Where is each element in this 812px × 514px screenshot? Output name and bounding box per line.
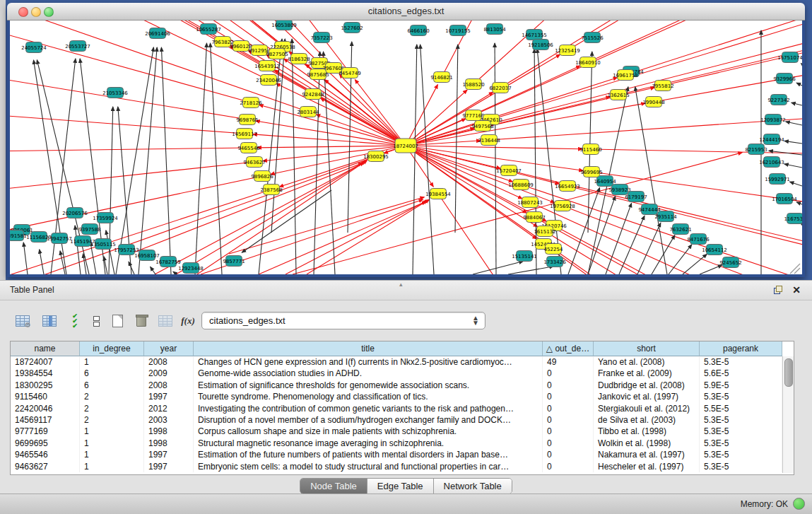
table-row[interactable]: 946554611997Estimation of the future num… (11, 449, 782, 460)
graph-node[interactable]: 2718126 (240, 98, 262, 108)
graph-node[interactable]: 6822037 (489, 83, 511, 93)
red-edge[interactable] (406, 78, 618, 146)
red-edge[interactable] (10, 21, 223, 42)
red-edge[interactable] (257, 146, 406, 148)
black-edge[interactable] (789, 182, 802, 186)
graph-node[interactable]: 12923448 (178, 263, 204, 274)
graph-node[interactable]: 9497568 (471, 121, 493, 132)
function-builder-button[interactable]: f(x) (178, 311, 198, 331)
graph-node[interactable]: 8454749 (339, 68, 360, 78)
canvas-resize-grip[interactable] (790, 264, 800, 274)
graph-node[interactable]: 8471676 (687, 234, 710, 245)
graph-node[interactable]: 452254 (544, 244, 563, 255)
scrollbar-thumb[interactable] (784, 358, 793, 387)
table-row[interactable]: 1938455462009Genome-wide association stu… (11, 368, 782, 379)
red-edge[interactable] (406, 97, 610, 146)
panel-resize-handle[interactable]: ▴ (399, 281, 403, 288)
black-edge[interactable] (259, 39, 282, 274)
graph-node[interactable]: 9896826 (251, 171, 273, 182)
graph-node[interactable]: 14671355 (522, 30, 547, 40)
network-canvas[interactable]: 2405572420553727206914061065528716053809… (10, 21, 802, 274)
graph-node[interactable]: 1167533 (784, 214, 802, 224)
graph-node[interactable]: 10655287 (196, 24, 221, 35)
red-edge[interactable] (588, 21, 802, 62)
graph-node[interactable]: 9857771 (223, 256, 245, 267)
table-row[interactable]: 2242004622012Investigating the contribut… (11, 403, 782, 414)
red-edge[interactable] (10, 21, 350, 73)
black-edge[interactable] (784, 141, 802, 144)
table-row[interactable]: 1830029562008Estimation of significance … (11, 380, 782, 391)
red-edge[interactable] (10, 148, 249, 161)
graph-node[interactable]: 9875685 (307, 69, 329, 80)
black-edge[interactable] (796, 83, 802, 86)
black-edge[interactable] (801, 64, 802, 64)
graph-node[interactable]: 9329966 (773, 74, 796, 84)
red-edge[interactable] (355, 80, 406, 146)
tab-edge-table[interactable]: Edge Table (367, 479, 434, 493)
red-edge[interactable] (10, 60, 245, 134)
vertical-scrollbar[interactable] (782, 356, 794, 473)
network-graph[interactable]: 2405572420553727206914061065528716053809… (10, 21, 802, 274)
graph-node[interactable]: 9463627 (243, 157, 265, 168)
black-edge[interactable] (195, 43, 206, 274)
close-panel-button[interactable]: ✕ (789, 284, 804, 296)
graph-node[interactable]: 2387568 (260, 185, 282, 195)
black-edge[interactable] (635, 87, 667, 274)
graph-node[interactable]: 20553727 (65, 41, 90, 52)
graph-node[interactable]: 5938923 (608, 185, 630, 195)
graph-node[interactable]: 15992971 (765, 174, 790, 185)
graph-node[interactable]: 9227342 (767, 95, 789, 105)
graph-node[interactable]: 1527602 (341, 23, 363, 33)
red-edge[interactable] (406, 146, 513, 182)
graph-node[interactable]: 1588520 (462, 79, 484, 90)
graph-node[interactable]: 19218506 (528, 40, 553, 50)
graph-node[interactable]: 9115460 (579, 144, 601, 155)
table-row[interactable]: 969969511998Structural magnetic resonanc… (11, 438, 782, 449)
red-edge[interactable] (286, 201, 428, 274)
red-edge[interactable] (500, 21, 802, 88)
black-edge[interactable] (683, 254, 707, 274)
graph-node[interactable]: 9699695 (580, 167, 602, 177)
graph-node[interactable]: 17016504 (772, 194, 797, 204)
red-edge[interactable] (654, 21, 802, 102)
black-edge[interactable] (473, 262, 523, 274)
memory-indicator-icon[interactable] (793, 498, 805, 510)
graph-node[interactable]: 10688609 (508, 180, 534, 190)
graph-node[interactable]: 20206576 (62, 208, 88, 218)
graph-node[interactable]: 17359924 (93, 213, 118, 223)
black-edge[interactable] (637, 223, 661, 274)
black-edge[interactable] (796, 202, 802, 204)
graph-node[interactable]: 9698765 (236, 115, 258, 125)
red-edge[interactable] (406, 146, 559, 184)
graph-node[interactable]: 1362615 (607, 90, 629, 100)
black-edge[interactable] (314, 52, 320, 274)
red-edge[interactable] (339, 74, 406, 146)
graph-node[interactable]: 18724007 (393, 139, 418, 153)
graph-node[interactable]: 20691406 (145, 28, 170, 39)
red-edge[interactable] (10, 21, 269, 80)
graph-node[interactable]: 16210643 (759, 157, 784, 168)
row-height-button[interactable] (86, 311, 106, 331)
column-header-pagerank[interactable]: pagerank (700, 341, 782, 356)
graph-node[interactable]: 15135141 (512, 251, 537, 262)
column-header-out_de[interactable]: △ out_de… (543, 341, 594, 356)
show-column-button[interactable] (40, 311, 59, 331)
table-row[interactable]: 1456911722003Disruption of a novel membe… (11, 414, 782, 426)
graph-node[interactable]: 14569117 (232, 129, 257, 139)
red-edge[interactable] (253, 134, 406, 146)
tab-node-table[interactable]: Node Table (300, 479, 367, 493)
select-columns-button[interactable]: ✔✔✔ (65, 311, 85, 331)
graph-node[interactable]: 9884067 (523, 212, 545, 223)
graph-node[interactable]: 7357223 (310, 33, 332, 43)
graph-node[interactable]: 6466160 (407, 25, 429, 36)
table-row[interactable]: 946362711997Embryonic stem cells: a mode… (11, 461, 782, 472)
black-edge[interactable] (568, 187, 600, 274)
table-row[interactable]: 911546021997Tourette syndrome. Phenomeno… (11, 391, 782, 402)
graph-node[interactable]: 9827505 (266, 49, 288, 59)
column-header-year[interactable]: year (144, 341, 194, 356)
graph-node[interactable]: 8813054 (483, 24, 506, 35)
graph-node[interactable]: 24055724 (21, 42, 47, 53)
black-edge[interactable] (619, 216, 645, 274)
graph-node[interactable]: 2803144 (297, 107, 319, 117)
graph-node[interactable]: 15720407 (496, 165, 522, 176)
